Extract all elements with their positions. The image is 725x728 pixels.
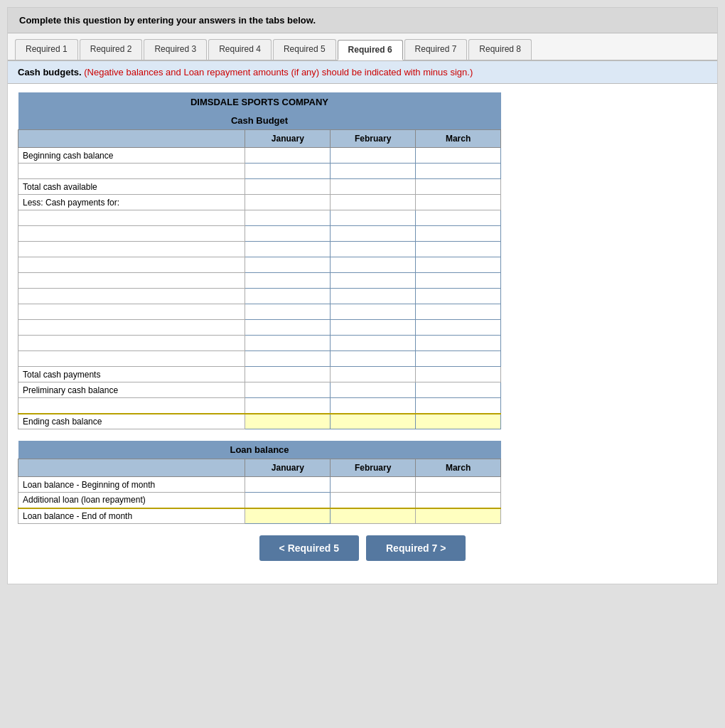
cell-mar-loan-beginning [416, 477, 501, 493]
row-label-additional-loan: Additional loan (loan repayment) [18, 493, 245, 508]
nav-buttons: < Required 5 Required 7 > [18, 524, 707, 575]
tab-required4[interactable]: Required 4 [208, 39, 272, 60]
cell-jan-total-available [245, 179, 331, 195]
input-mar-row2[interactable] [416, 164, 501, 179]
col-header-jan: January [245, 130, 331, 148]
table-row: Additional loan (loan repayment) [18, 493, 501, 508]
table-row [18, 320, 501, 336]
loan-col-feb: February [331, 459, 416, 477]
col-header-label [18, 130, 245, 148]
table-row [18, 210, 501, 226]
row-label-preliminary: Preliminary cash balance [18, 382, 245, 398]
tab-required8[interactable]: Required 8 [468, 39, 532, 60]
table-row: Preliminary cash balance [18, 382, 501, 398]
table-row [18, 257, 501, 273]
cell-mar-total-available [416, 179, 501, 195]
input-feb-row2[interactable] [331, 164, 416, 179]
table-row: Less: Cash payments for: [18, 195, 501, 210]
col-header-feb: February [331, 130, 416, 148]
table-row: Loan balance - Beginning of month [18, 477, 501, 493]
cash-budget-table: DIMSDALE SPORTS COMPANY Cash Budget Janu… [18, 92, 501, 429]
next-button[interactable]: Required 7 > [366, 535, 466, 561]
input-mar-ending[interactable] [416, 414, 501, 429]
input-jan-ending[interactable] [245, 414, 331, 429]
info-bar: Cash budgets. (Negative balances and Loa… [8, 61, 717, 84]
table-row [18, 351, 501, 367]
table-row [18, 289, 501, 304]
col-header-mar: March [416, 130, 501, 148]
tabs-container: Required 1 Required 2 Required 3 Require… [8, 33, 717, 61]
cell-feb-loan-ending [331, 508, 416, 524]
cell-jan-less [245, 195, 331, 210]
page-wrapper: Complete this question by entering your … [7, 7, 718, 584]
table-row: Beginning cash balance [18, 148, 501, 164]
cell-mar-additional-loan [416, 493, 501, 508]
table-row [18, 336, 501, 351]
row-label-ending: Ending cash balance [18, 414, 245, 429]
loan-col-mar: March [416, 459, 501, 477]
tab-required1[interactable]: Required 1 [15, 39, 78, 60]
prev-button[interactable]: < Required 5 [259, 535, 359, 561]
row-label-total-available: Total cash available [18, 179, 245, 195]
input-feb-beginning[interactable] [331, 148, 416, 164]
cell-feb-loan-beginning [331, 477, 416, 493]
row-label-loan-beginning: Loan balance - Beginning of month [18, 477, 245, 493]
company-name: DIMSDALE SPORTS COMPANY [18, 92, 501, 112]
input-jan-loan-beginning[interactable] [245, 477, 331, 493]
tab-required2[interactable]: Required 2 [80, 39, 143, 60]
table-wrapper: DIMSDALE SPORTS COMPANY Cash Budget Janu… [8, 84, 717, 584]
input-jan-beginning[interactable] [245, 148, 331, 164]
cell-mar-total-payments [416, 367, 501, 382]
cash-budget-title: Cash Budget [18, 112, 501, 130]
tab-required6[interactable]: Required 6 [338, 40, 403, 60]
input-feb-preliminary[interactable] [331, 382, 416, 398]
row-label-loan-ending: Loan balance - End of month [18, 508, 245, 524]
table-row [18, 273, 501, 289]
table-row [18, 242, 501, 257]
instruction-text: Complete this question by entering your … [19, 15, 316, 26]
row-label-beginning: Beginning cash balance [18, 148, 245, 164]
cell-feb-total-available [331, 179, 416, 195]
instruction-bar: Complete this question by entering your … [8, 8, 717, 33]
table-row: Total cash payments [18, 367, 501, 382]
table-row [18, 398, 501, 414]
tab-required5[interactable]: Required 5 [273, 39, 336, 60]
loan-col-jan: January [245, 459, 331, 477]
cell-mar-less [416, 195, 501, 210]
table-row: Ending cash balance [18, 414, 501, 429]
input-jan-preliminary[interactable] [245, 382, 331, 398]
row-label-less: Less: Cash payments for: [18, 195, 245, 210]
input-jan-loan-ending[interactable] [245, 508, 331, 524]
cell-feb-less [331, 195, 416, 210]
table-row [18, 226, 501, 242]
table-row [18, 164, 501, 179]
row-label-total-payments: Total cash payments [18, 367, 245, 382]
input-jan-row2[interactable] [245, 164, 331, 179]
table-row: Loan balance - End of month [18, 508, 501, 524]
row-label-empty1 [18, 164, 245, 179]
input-feb-ending[interactable] [331, 414, 416, 429]
tab-required7[interactable]: Required 7 [404, 39, 468, 60]
table-row: Total cash available [18, 179, 501, 195]
cell-feb-total-payments [331, 367, 416, 382]
input-jan-additional-loan[interactable] [245, 493, 331, 508]
content-area: Cash budgets. (Negative balances and Loa… [8, 61, 717, 584]
cell-feb-additional-loan [331, 493, 416, 508]
cell-mar-loan-ending [416, 508, 501, 524]
info-label: Cash budgets. [18, 67, 82, 77]
info-note: (Negative balances and Loan repayment am… [84, 67, 473, 77]
cell-jan-total-payments [245, 367, 331, 382]
loan-section-header: Loan balance [18, 441, 501, 459]
loan-balance-table: Loan balance January February March Loan… [18, 441, 501, 524]
table-row [18, 304, 501, 320]
input-mar-preliminary[interactable] [416, 382, 501, 398]
tab-required3[interactable]: Required 3 [144, 39, 207, 60]
input-mar-beginning[interactable] [416, 148, 501, 164]
